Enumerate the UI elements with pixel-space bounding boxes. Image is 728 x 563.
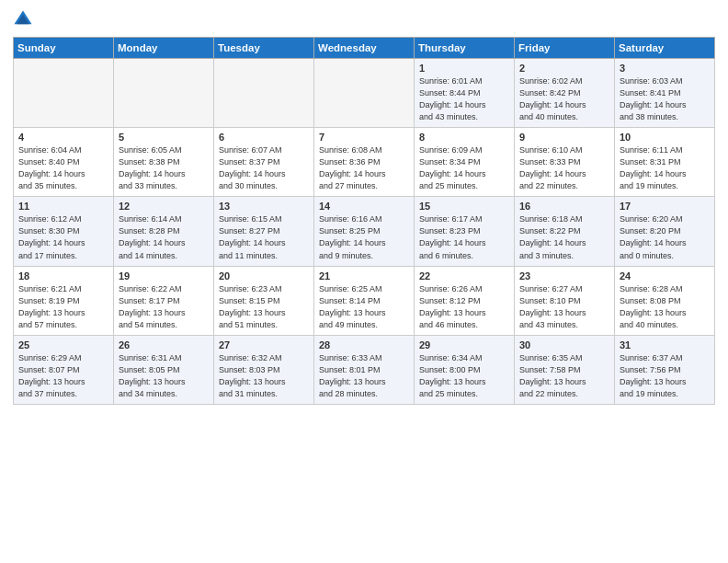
day-info: Sunrise: 6:25 AM Sunset: 8:14 PM Dayligh… (319, 283, 409, 331)
day-number: 27 (219, 339, 309, 350)
day-info: Sunrise: 6:33 AM Sunset: 8:01 PM Dayligh… (319, 352, 409, 400)
day-info: Sunrise: 6:12 AM Sunset: 8:30 PM Dayligh… (18, 213, 108, 261)
day-info: Sunrise: 6:31 AM Sunset: 8:05 PM Dayligh… (119, 352, 209, 400)
calendar-cell (14, 59, 114, 128)
day-number: 4 (18, 132, 108, 143)
day-info: Sunrise: 6:04 AM Sunset: 8:40 PM Dayligh… (18, 144, 108, 192)
calendar-cell: 8Sunrise: 6:09 AM Sunset: 8:34 PM Daylig… (415, 128, 515, 197)
calendar-cell: 24Sunrise: 6:28 AM Sunset: 8:08 PM Dayli… (615, 266, 715, 335)
calendar-cell: 18Sunrise: 6:21 AM Sunset: 8:19 PM Dayli… (14, 266, 114, 335)
day-info: Sunrise: 6:22 AM Sunset: 8:17 PM Dayligh… (119, 283, 209, 331)
day-number: 12 (119, 201, 209, 212)
weekday-header-friday: Friday (515, 38, 615, 59)
calendar-cell: 3Sunrise: 6:03 AM Sunset: 8:41 PM Daylig… (615, 59, 715, 128)
day-number: 14 (319, 201, 409, 212)
calendar-cell (314, 59, 415, 128)
calendar-cell: 7Sunrise: 6:08 AM Sunset: 8:36 PM Daylig… (314, 128, 415, 197)
day-number: 16 (519, 201, 609, 212)
day-info: Sunrise: 6:11 AM Sunset: 8:31 PM Dayligh… (620, 144, 710, 192)
day-number: 25 (18, 339, 108, 350)
logo (13, 9, 35, 29)
day-number: 1 (419, 63, 509, 74)
day-info: Sunrise: 6:16 AM Sunset: 8:25 PM Dayligh… (319, 213, 409, 261)
day-info: Sunrise: 6:18 AM Sunset: 8:22 PM Dayligh… (519, 213, 609, 261)
calendar-table: SundayMondayTuesdayWednesdayThursdayFrid… (13, 37, 715, 405)
day-number: 30 (519, 339, 609, 350)
day-number: 23 (519, 270, 609, 282)
day-info: Sunrise: 6:26 AM Sunset: 8:12 PM Dayligh… (419, 283, 509, 331)
weekday-header-saturday: Saturday (615, 38, 715, 59)
calendar-week-row: 25Sunrise: 6:29 AM Sunset: 8:07 PM Dayli… (14, 335, 715, 404)
logo-icon (13, 9, 33, 29)
calendar-cell: 21Sunrise: 6:25 AM Sunset: 8:14 PM Dayli… (314, 266, 415, 335)
calendar-cell: 11Sunrise: 6:12 AM Sunset: 8:30 PM Dayli… (14, 197, 114, 266)
page-container: SundayMondayTuesdayWednesdayThursdayFrid… (0, 0, 728, 412)
page-header (13, 9, 715, 29)
day-number: 11 (18, 201, 108, 212)
calendar-cell: 26Sunrise: 6:31 AM Sunset: 8:05 PM Dayli… (114, 335, 214, 404)
calendar-week-row: 18Sunrise: 6:21 AM Sunset: 8:19 PM Dayli… (14, 266, 715, 335)
calendar-cell: 2Sunrise: 6:02 AM Sunset: 8:42 PM Daylig… (515, 59, 615, 128)
calendar-cell: 20Sunrise: 6:23 AM Sunset: 8:15 PM Dayli… (214, 266, 314, 335)
calendar-cell: 17Sunrise: 6:20 AM Sunset: 8:20 PM Dayli… (615, 197, 715, 266)
day-number: 9 (519, 132, 609, 143)
calendar-cell: 30Sunrise: 6:35 AM Sunset: 7:58 PM Dayli… (515, 335, 615, 404)
day-info: Sunrise: 6:17 AM Sunset: 8:23 PM Dayligh… (419, 213, 509, 261)
calendar-cell (214, 59, 314, 128)
day-number: 2 (519, 63, 609, 74)
weekday-header-monday: Monday (114, 38, 214, 59)
day-info: Sunrise: 6:37 AM Sunset: 7:56 PM Dayligh… (620, 352, 710, 400)
day-info: Sunrise: 6:02 AM Sunset: 8:42 PM Dayligh… (519, 75, 609, 123)
day-info: Sunrise: 6:05 AM Sunset: 8:38 PM Dayligh… (119, 144, 209, 192)
day-number: 6 (219, 132, 309, 143)
calendar-cell (114, 59, 214, 128)
day-info: Sunrise: 6:34 AM Sunset: 8:00 PM Dayligh… (419, 352, 509, 400)
calendar-cell: 16Sunrise: 6:18 AM Sunset: 8:22 PM Dayli… (515, 197, 615, 266)
weekday-header-row: SundayMondayTuesdayWednesdayThursdayFrid… (14, 38, 715, 59)
calendar-week-row: 11Sunrise: 6:12 AM Sunset: 8:30 PM Dayli… (14, 197, 715, 266)
day-info: Sunrise: 6:21 AM Sunset: 8:19 PM Dayligh… (18, 283, 108, 331)
day-info: Sunrise: 6:09 AM Sunset: 8:34 PM Dayligh… (419, 144, 509, 192)
calendar-cell: 19Sunrise: 6:22 AM Sunset: 8:17 PM Dayli… (114, 266, 214, 335)
calendar-cell: 22Sunrise: 6:26 AM Sunset: 8:12 PM Dayli… (415, 266, 515, 335)
calendar-cell: 15Sunrise: 6:17 AM Sunset: 8:23 PM Dayli… (415, 197, 515, 266)
day-info: Sunrise: 6:20 AM Sunset: 8:20 PM Dayligh… (620, 213, 710, 261)
day-number: 7 (319, 132, 409, 143)
day-number: 17 (620, 201, 710, 212)
calendar-cell: 6Sunrise: 6:07 AM Sunset: 8:37 PM Daylig… (214, 128, 314, 197)
day-number: 5 (119, 132, 209, 143)
calendar-cell: 12Sunrise: 6:14 AM Sunset: 8:28 PM Dayli… (114, 197, 214, 266)
day-number: 20 (219, 270, 309, 282)
day-number: 15 (419, 201, 509, 212)
calendar-cell: 5Sunrise: 6:05 AM Sunset: 8:38 PM Daylig… (114, 128, 214, 197)
calendar-cell: 28Sunrise: 6:33 AM Sunset: 8:01 PM Dayli… (314, 335, 415, 404)
calendar-cell: 1Sunrise: 6:01 AM Sunset: 8:44 PM Daylig… (415, 59, 515, 128)
calendar-cell: 10Sunrise: 6:11 AM Sunset: 8:31 PM Dayli… (615, 128, 715, 197)
calendar-week-row: 1Sunrise: 6:01 AM Sunset: 8:44 PM Daylig… (14, 59, 715, 128)
calendar-cell: 25Sunrise: 6:29 AM Sunset: 8:07 PM Dayli… (14, 335, 114, 404)
calendar-cell: 27Sunrise: 6:32 AM Sunset: 8:03 PM Dayli… (214, 335, 314, 404)
day-info: Sunrise: 6:08 AM Sunset: 8:36 PM Dayligh… (319, 144, 409, 192)
calendar-cell: 9Sunrise: 6:10 AM Sunset: 8:33 PM Daylig… (515, 128, 615, 197)
calendar-cell: 13Sunrise: 6:15 AM Sunset: 8:27 PM Dayli… (214, 197, 314, 266)
day-number: 22 (419, 270, 509, 282)
calendar-week-row: 4Sunrise: 6:04 AM Sunset: 8:40 PM Daylig… (14, 128, 715, 197)
day-info: Sunrise: 6:32 AM Sunset: 8:03 PM Dayligh… (219, 352, 309, 400)
weekday-header-tuesday: Tuesday (214, 38, 314, 59)
calendar-cell: 14Sunrise: 6:16 AM Sunset: 8:25 PM Dayli… (314, 197, 415, 266)
day-number: 29 (419, 339, 509, 350)
weekday-header-wednesday: Wednesday (314, 38, 415, 59)
day-info: Sunrise: 6:27 AM Sunset: 8:10 PM Dayligh… (519, 283, 609, 331)
weekday-header-thursday: Thursday (415, 38, 515, 59)
day-number: 28 (319, 339, 409, 350)
calendar-cell: 23Sunrise: 6:27 AM Sunset: 8:10 PM Dayli… (515, 266, 615, 335)
day-number: 26 (119, 339, 209, 350)
weekday-header-sunday: Sunday (14, 38, 114, 59)
day-number: 31 (620, 339, 710, 350)
day-info: Sunrise: 6:28 AM Sunset: 8:08 PM Dayligh… (620, 283, 710, 331)
day-info: Sunrise: 6:03 AM Sunset: 8:41 PM Dayligh… (620, 75, 710, 123)
day-info: Sunrise: 6:15 AM Sunset: 8:27 PM Dayligh… (219, 213, 309, 261)
day-number: 18 (18, 270, 108, 282)
calendar-cell: 4Sunrise: 6:04 AM Sunset: 8:40 PM Daylig… (14, 128, 114, 197)
day-info: Sunrise: 6:10 AM Sunset: 8:33 PM Dayligh… (519, 144, 609, 192)
